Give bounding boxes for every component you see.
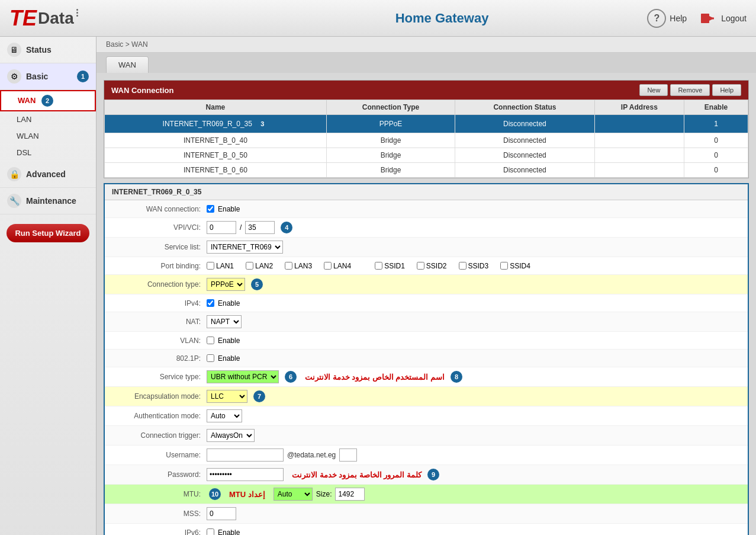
row1-enable: 1: [684, 115, 748, 133]
auth-mode-select[interactable]: Auto PAP CHAP: [207, 409, 242, 422]
sidebar-item-wlan[interactable]: WLAN: [0, 128, 96, 145]
encap-label: Encapsulation mode:: [112, 392, 207, 401]
annot-8: 8: [451, 371, 462, 383]
annot-3: 3: [256, 118, 268, 130]
row4-name: INTERNET_B_0_60: [105, 163, 327, 178]
vpi-input[interactable]: [207, 221, 236, 234]
col-status: Connection Status: [455, 100, 595, 115]
wan-connection-checkbox[interactable]: [207, 205, 214, 213]
vci-input[interactable]: [245, 221, 275, 234]
ssid3-checkbox[interactable]: [459, 262, 467, 270]
wan-connection-row: WAN connection: Enable: [105, 200, 748, 218]
conn-trigger-label: Connection trigger:: [112, 431, 207, 440]
annot-6: 6: [285, 371, 297, 383]
sidebar-item-dsl[interactable]: DSL: [0, 145, 96, 161]
arabic-note-9: كلمة المرور الخاصة بمزود خدمة الانترنت: [292, 470, 422, 479]
port-binding-row: Port binding: LAN1 LAN2 LAN3 LAN4 SSID1 …: [105, 257, 748, 275]
sidebar-item-lan[interactable]: LAN: [0, 111, 96, 128]
auth-mode-label: Authentication mode:: [112, 412, 207, 420]
service-type-value: UBR without PCR UBR with PCR CBR 6 اسم ا…: [207, 370, 462, 383]
lan4-checkbox[interactable]: [324, 262, 332, 270]
col-type: Connection Type: [326, 100, 455, 115]
annot-9: 9: [427, 469, 439, 480]
ssid4-checkbox-label: SSID4: [500, 262, 530, 270]
lan2-checkbox[interactable]: [246, 262, 253, 270]
vlan-value: Enable: [207, 337, 240, 345]
lan1-checkbox-label: LAN1: [207, 262, 234, 270]
row4-type: Bridge: [326, 163, 455, 178]
mtu-label: MTU:: [112, 490, 207, 498]
lan3-checkbox-label: LAN3: [285, 262, 312, 270]
sidebar-item-status[interactable]: 🖥 Status: [0, 37, 96, 63]
conn-trigger-select[interactable]: AlwaysOn Manual: [207, 429, 255, 442]
row1-type: PPPoE: [326, 115, 455, 133]
username-input[interactable]: [207, 448, 284, 462]
ipv6-value: Enable: [207, 528, 240, 536]
row2-name: INTERNET_B_0_40: [105, 133, 327, 148]
content-area: Basic > WAN WAN WAN Connection New Remov…: [96, 37, 756, 535]
sidebar-item-wan[interactable]: WAN 2: [0, 90, 96, 111]
username-suffix-input[interactable]: [339, 448, 357, 462]
lan3-checkbox[interactable]: [285, 262, 292, 270]
row1-status: Disconnected: [455, 115, 595, 133]
wan-connection-table: WAN Connection New Remove Help Name Conn…: [104, 80, 749, 178]
mtu-value: 10 إعداد MTU Auto Manual Size:: [207, 488, 365, 501]
tab-wan[interactable]: WAN: [106, 56, 149, 73]
vlan-row: VLAN: Enable: [105, 332, 748, 350]
dot1p-row: 802.1P: Enable: [105, 350, 748, 367]
sidebar: 🖥 Status ⚙ Basic 1 WAN 2 LAN WLAN DSL: [0, 37, 96, 535]
conn-type-select[interactable]: PPPoE Bridge IPoE: [207, 278, 245, 291]
help-button[interactable]: ? Help: [647, 9, 687, 28]
annot-5: 5: [251, 278, 263, 290]
table-help-button[interactable]: Help: [712, 84, 741, 96]
table-row[interactable]: INTERNET_B_0_40 Bridge Disconnected 0: [105, 133, 748, 148]
username-label: Username:: [112, 451, 207, 459]
logout-label: Logout: [721, 14, 747, 23]
ssid1-checkbox[interactable]: [375, 262, 382, 270]
table-row[interactable]: INTERNET_B_0_50 Bridge Disconnected 0: [105, 148, 748, 163]
annot-10: 10: [209, 488, 221, 500]
service-type-row: Service type: UBR without PCR UBR with P…: [105, 367, 748, 387]
logout-button[interactable]: Logout: [699, 9, 747, 28]
sidebar-item-status-label: Status: [26, 45, 52, 55]
ipv4-checkbox[interactable]: [207, 299, 214, 307]
nat-select[interactable]: NAPT NAT None: [207, 315, 242, 328]
sidebar-item-advanced[interactable]: 🔒 Advanced: [0, 161, 96, 188]
ssid2-checkbox-label: SSID2: [417, 262, 447, 270]
nat-label: NAT:: [112, 318, 207, 326]
remove-button[interactable]: Remove: [670, 84, 710, 96]
email-suffix: @tedata.net.eg: [287, 451, 336, 459]
table-row[interactable]: INTERNET_B_0_60 Bridge Disconnected 0: [105, 163, 748, 178]
ssid3-checkbox-label: SSID3: [459, 262, 489, 270]
service-type-select[interactable]: UBR without PCR UBR with PCR CBR: [207, 370, 279, 383]
table-row[interactable]: INTERNET_TR069_R_0_35 3 PPPoE Disconnect…: [105, 115, 748, 133]
sidebar-item-maintenance[interactable]: 🔧 Maintenance: [0, 188, 96, 214]
dot1p-value: Enable: [207, 354, 240, 363]
vlan-checkbox[interactable]: [207, 337, 214, 344]
ipv6-checkbox[interactable]: [207, 528, 214, 535]
wan-table-header: WAN Connection New Remove Help: [104, 81, 748, 100]
mss-input[interactable]: [207, 507, 236, 520]
new-button[interactable]: New: [639, 84, 668, 96]
service-list-select[interactable]: INTERNET_TR069: [207, 241, 283, 254]
mtu-select[interactable]: Auto Manual: [274, 488, 313, 501]
row3-status: Disconnected: [455, 148, 595, 163]
basic-submenu: WAN 2 LAN WLAN DSL: [0, 90, 96, 161]
ssid4-checkbox[interactable]: [500, 262, 508, 270]
wan-label: WAN: [18, 96, 36, 105]
row4-ip: [594, 163, 684, 178]
sidebar-item-maintenance-label: Maintenance: [26, 196, 76, 206]
lan1-checkbox[interactable]: [207, 262, 214, 270]
sidebar-item-basic[interactable]: ⚙ Basic 1: [0, 63, 96, 90]
run-setup-wizard-button[interactable]: Run Setup Wizard: [7, 224, 89, 242]
encap-select[interactable]: LLC VC Mux: [207, 390, 247, 403]
maintenance-icon: 🔧: [7, 194, 21, 208]
mtu-size-input[interactable]: [335, 488, 365, 501]
wan-connection-enable-text: Enable: [218, 205, 240, 213]
dot1p-checkbox[interactable]: [207, 354, 214, 362]
row1-ip: [594, 115, 684, 133]
password-input[interactable]: [207, 468, 284, 481]
ssid2-checkbox[interactable]: [417, 262, 424, 270]
service-list-value: INTERNET_TR069: [207, 241, 283, 254]
slash-separator: /: [240, 223, 242, 232]
